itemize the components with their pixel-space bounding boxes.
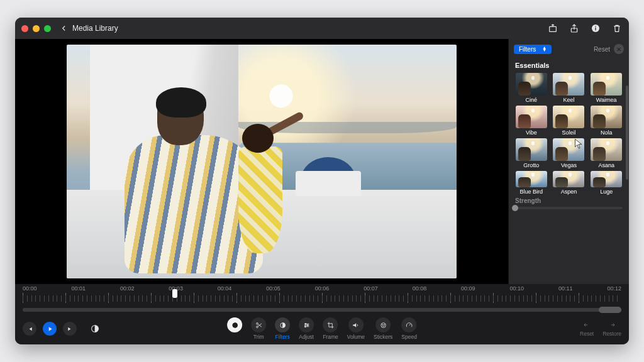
chevron-updown-icon: ▲▼ [542,47,547,52]
window-close[interactable] [21,25,28,32]
restore-button[interactable]: Restore [602,321,621,337]
filter-blue-bird[interactable]: Blue Bird [514,171,549,195]
timeline-ruler[interactable] [23,292,621,305]
app-window: Media Library [15,18,629,344]
filter-aspen[interactable]: Aspen [552,171,587,195]
svg-point-10 [305,323,306,324]
filter-label: Vibe [526,129,537,136]
exposure-toggle-icon[interactable] [88,322,102,336]
svg-point-11 [307,324,308,326]
filter-thumb [516,171,547,187]
filter-thumb [591,171,622,187]
inspector-close-icon[interactable]: ✕ [614,44,624,54]
svg-point-14 [382,324,382,325]
titlebar: Media Library [15,18,629,39]
reset-button[interactable]: Reset [580,321,594,337]
edit-tools: TrimFiltersAdjustFrameVolumeStickersSpee… [227,317,417,340]
filter-keel[interactable]: Keel [552,73,587,103]
filter-thumb [516,106,547,128]
strength-label: Strength [515,197,623,204]
filter-label: Blue Bird [520,189,543,195]
svg-point-13 [380,322,386,327]
timeline: 00:0000:0100:0200:0300:0400:0500:0600:07… [15,284,629,313]
filter-thumb [591,106,622,128]
filter-nola[interactable]: Nola [589,106,624,136]
filter-label: Vegas [561,162,577,168]
video-preview[interactable] [15,39,508,284]
tool-frame[interactable]: Frame [323,317,338,340]
gauge-icon [402,317,417,332]
tool-volume[interactable]: Volume [347,317,365,340]
undo-icon [582,321,591,329]
tool-exposure[interactable] [227,317,242,332]
content-area: Filters ▲▼ Reset ✕ Essentials CinéKeelWa… [15,39,629,284]
timeline-scrollbar[interactable] [23,308,621,312]
trash-icon[interactable] [611,23,623,34]
contrast-icon [275,317,290,332]
back-label: Media Library [72,24,118,33]
tool-trim[interactable]: Trim [251,317,266,340]
window-controls [21,25,51,32]
time-mark: 00:04 [218,285,232,292]
tool-label: Speed [401,334,417,340]
filter-label: Waimea [596,97,617,103]
playback-controls [23,322,102,336]
tool-filters[interactable]: Filters [275,317,290,340]
filter-thumb [591,73,622,96]
filter-thumb [516,138,547,161]
filter-vegas[interactable]: Vegas [552,138,587,168]
tool-stickers[interactable]: Stickers [374,317,392,340]
tool-speed[interactable]: Speed [401,317,417,340]
share-icon[interactable] [569,23,580,34]
add-media-icon[interactable] [547,23,558,34]
filter-waimea[interactable]: Waimea [589,73,624,103]
time-mark: 00:09 [461,285,475,292]
window-zoom[interactable] [44,25,51,32]
inspector-menu-label: Filters [519,46,536,53]
exposure-icon [227,317,242,332]
window-minimize[interactable] [33,25,40,32]
filter-grotto[interactable]: Grotto [514,138,549,168]
history-tools: ResetRestore [580,321,621,337]
tool-label: Frame [323,334,338,340]
filter-label: Grotto [523,162,539,168]
filter-thumb [591,138,622,161]
time-mark: 00:11 [558,285,573,292]
filter-asana[interactable]: Asana [589,138,624,168]
tool-label: Volume [347,334,365,340]
time-mark: 00:12 [607,285,621,292]
sticker-icon [375,317,391,332]
strength-slider[interactable] [515,207,623,209]
filter-label: Keel [563,97,574,103]
skip-back-button[interactable] [23,322,36,336]
filter-ciné[interactable]: Ciné [514,73,549,103]
tool-label: Restore [602,331,621,337]
filter-luge[interactable]: Luge [589,171,624,195]
time-mark: 00:00 [23,285,37,292]
svg-point-15 [384,324,384,325]
info-icon[interactable] [590,23,601,34]
filters-grid: CinéKeelWaimeaVibeSoleilNolaGrottoVegasA… [509,70,629,195]
skip-forward-button[interactable] [63,322,77,336]
filter-soleil[interactable]: Soleil [552,106,587,136]
scrollbar[interactable] [626,85,628,180]
redo-icon [608,321,616,329]
time-mark: 00:02 [120,285,135,292]
playhead[interactable] [172,289,177,298]
strength-control: Strength [509,195,629,213]
svg-point-7 [256,326,258,327]
svg-point-4 [595,26,596,27]
filter-thumb [553,171,584,187]
time-marks: 00:0000:0100:0200:0300:0400:0500:0600:07… [15,284,629,292]
bottom-toolbar: TrimFiltersAdjustFrameVolumeStickersSpee… [15,313,629,344]
filter-thumb [553,138,584,161]
inspector-menu[interactable]: Filters ▲▼ [514,45,552,54]
back-to-library[interactable]: Media Library [60,24,118,33]
tool-label: Adjust [299,334,314,340]
time-mark: 00:01 [71,285,86,292]
filter-vibe[interactable]: Vibe [514,106,549,136]
play-button[interactable] [43,322,57,336]
time-mark: 00:05 [266,285,280,292]
tool-adjust[interactable]: Adjust [299,317,314,340]
inspector-reset[interactable]: Reset [594,46,610,53]
